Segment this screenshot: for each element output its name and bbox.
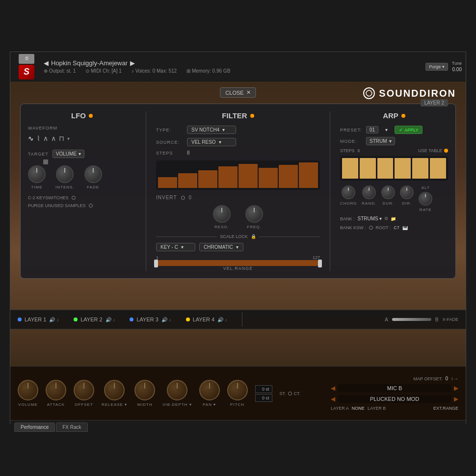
width-knob[interactable] (134, 380, 155, 400)
time-knob[interactable] (28, 165, 46, 183)
layer-tabs: LAYER 1 🔊 ♪ LAYER 2 🔊 ♪ LAYER 3 🔊 ♪ LAYE… (10, 310, 466, 329)
arp-bar-chart[interactable] (340, 156, 448, 181)
lfo-knobs-row: TIME INTENS. FADE (28, 165, 136, 189)
arp-bar[interactable] (395, 158, 411, 179)
wave-square[interactable]: ⊓ (59, 134, 64, 142)
wave-tri[interactable]: ∧ (43, 134, 48, 142)
layer-b-label: LAYER B (368, 406, 386, 411)
rand-knob[interactable] (362, 185, 376, 199)
fade-knob-group: FADE (84, 165, 102, 189)
close-button[interactable]: CLOSE ✕ (220, 87, 256, 98)
layer-tab-3[interactable]: LAYER 3 🔊 ♪ (130, 317, 171, 322)
panel-sections: LFO WAVEFORM ∿ ⌇ ∧ ∧ ⊓ ▾ TARGET (28, 111, 448, 271)
filter-bar[interactable] (218, 166, 238, 188)
filter-bar[interactable] (279, 165, 298, 188)
plucked-left-arrow[interactable]: ◀ (331, 396, 335, 402)
menu-icon[interactable]: ☰ (19, 54, 34, 64)
resize-icon[interactable]: ↕→ (451, 376, 458, 381)
pitch-knob[interactable] (227, 380, 248, 400)
reso-knob[interactable] (213, 205, 231, 223)
target-dropdown[interactable]: VOLUME ▾ (53, 150, 84, 158)
close-icon: ✕ (246, 89, 251, 96)
apply-button[interactable]: ✓ APPLY (395, 126, 423, 134)
vel-range-slider[interactable] (156, 260, 320, 266)
filter-source-row: SOURCE: VEL RESO ▾ (156, 138, 320, 146)
dir-knob[interactable] (400, 185, 414, 199)
arp-mode-dropdown[interactable]: STRUM ▾ (366, 137, 395, 145)
arp-preset-dropdown[interactable]: ▾ (382, 126, 391, 133)
release-knob[interactable] (104, 380, 125, 400)
filter-bar[interactable] (299, 162, 318, 188)
key-row: KEY - C ▾ CHROMATIC ▾ (156, 243, 320, 251)
key-value: KEY - C (160, 244, 178, 250)
ksw-indicator[interactable] (369, 226, 373, 230)
lfo-title: LFO (28, 111, 136, 120)
filter-bar[interactable] (198, 170, 217, 188)
lfo-section: LFO WAVEFORM ∿ ⌇ ∧ ∧ ⊓ ▾ TARGET (28, 111, 136, 271)
arp-bar[interactable] (430, 158, 446, 179)
arp-bank-dropdown[interactable]: STRUMS ▾ (358, 216, 382, 221)
nav-right-icon[interactable]: ▶ (130, 59, 135, 67)
arp-bar[interactable] (342, 158, 358, 179)
intens-knob[interactable] (56, 165, 74, 183)
arp-bar[interactable] (412, 158, 428, 179)
arp-bar[interactable] (360, 158, 376, 179)
tab-performance[interactable]: Performance (14, 423, 55, 432)
filter-bar-chart[interactable] (156, 160, 320, 190)
release-label: RELEASE ▾ (102, 402, 127, 407)
instrument-info: ◀ Hopkin Squiggly-Amejewar ▶ ⊕ Output: s… (39, 59, 425, 74)
mic-b-right-arrow[interactable]: ▶ (454, 385, 458, 392)
arp-bar[interactable] (377, 158, 394, 179)
invert-indicator[interactable] (181, 196, 185, 200)
wave-dropdown[interactable]: ▾ (67, 136, 70, 141)
filter-bar[interactable] (158, 177, 177, 188)
filter-source-dropdown[interactable]: VEL RESO ▾ (187, 138, 236, 146)
filter-bar[interactable] (238, 164, 258, 188)
layer-tab-2[interactable]: LAYER 2 🔊 ♪ (74, 317, 115, 322)
use-table-dot[interactable] (444, 149, 448, 153)
mic-b-left-arrow[interactable]: ◀ (331, 385, 335, 392)
key-dropdown[interactable]: KEY - C ▾ (156, 243, 195, 251)
arp-preset-label: PRESET: (340, 128, 362, 132)
layer-tab-4[interactable]: LAYER 4 🔊 ♪ (186, 317, 227, 322)
vel-slider-thumb-left[interactable] (154, 260, 158, 267)
vel-slider-thumb-right[interactable] (318, 260, 322, 267)
pitch-display: 0 st 0 ct (255, 385, 272, 402)
layer-tab-1[interactable]: LAYER 1 🔊 ♪ (18, 317, 59, 322)
root-icon[interactable]: 🎹 (402, 225, 408, 230)
wave-tri2[interactable]: ∧ (51, 134, 56, 142)
brand-text: SOUNDDIRON (379, 88, 456, 99)
copy-icon[interactable]: ⧉ (385, 216, 388, 221)
filter-bar[interactable] (259, 168, 278, 188)
fade-knob[interactable] (84, 165, 102, 183)
folder-icon[interactable]: 📁 (391, 216, 396, 221)
freq-label: FREQ. (247, 225, 261, 229)
wave-sine[interactable]: ∿ (28, 134, 34, 142)
vib-depth-knob[interactable] (167, 380, 187, 400)
plucked-right-arrow[interactable]: ▶ (454, 396, 458, 402)
ext-range-label[interactable]: EXT.RANGE (433, 406, 458, 411)
time-label: TIME (31, 185, 42, 189)
keyswitch-indicator[interactable] (72, 196, 76, 200)
dur-knob[interactable] (381, 185, 395, 199)
layer-a-label: LAYER A (331, 406, 349, 411)
st-indicator[interactable] (288, 392, 292, 396)
filter-type-dropdown[interactable]: SV NOTCH4 ▾ (187, 126, 236, 134)
chromatic-dropdown[interactable]: CHROMATIC ▾ (199, 243, 243, 251)
attack-knob[interactable] (46, 380, 66, 400)
volume-knob[interactable] (18, 380, 38, 400)
tab-fx-rack[interactable]: FX Rack (56, 423, 87, 432)
filter-bar[interactable] (178, 173, 197, 188)
purge-indicator[interactable] (89, 204, 93, 208)
rate-knob[interactable] (419, 192, 432, 206)
purge-button[interactable]: Purge ▾ (425, 63, 448, 71)
chord-knob[interactable] (342, 185, 355, 199)
apply-label: APPLY (404, 128, 418, 132)
volume-group: VOLUME (18, 380, 38, 407)
freq-knob[interactable] (245, 205, 263, 223)
pan-knob[interactable] (199, 380, 220, 400)
xfade-slider[interactable] (392, 318, 431, 321)
nav-left-icon[interactable]: ◀ (44, 59, 49, 67)
wave-saw[interactable]: ⌇ (37, 134, 40, 142)
offset-knob[interactable] (74, 380, 94, 400)
